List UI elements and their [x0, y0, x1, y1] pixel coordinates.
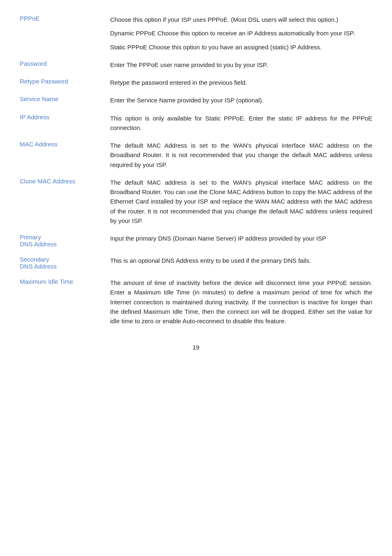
row-clone-mac-address: Clone MAC AddressThe default MAC address… — [16, 175, 376, 231]
description-paragraph: Enter the Service Name provided by your … — [110, 95, 372, 105]
desc-pppoe: Choose this option if your ISP uses PPPo… — [107, 12, 376, 58]
desc-maximum-idle-time: The amount of time of inactivity before … — [107, 276, 376, 331]
desc-primary-dns: Input the primary DNS (Domain Name Serve… — [107, 231, 376, 253]
row-ip-address: IP AddressThis option is only available … — [16, 111, 376, 139]
main-content-table: PPPoEChoose this option if your ISP uses… — [16, 12, 376, 331]
label-line2-secondary-dns: DNS Address — [20, 263, 57, 270]
label-service-name: Service Name — [16, 93, 107, 111]
label-mac-address: MAC Address — [16, 138, 107, 175]
description-paragraph: Input the primary DNS (Domain Name Serve… — [110, 234, 372, 243]
label-password: Password — [16, 58, 107, 75]
description-paragraph: The default MAC Address is set to the WA… — [110, 141, 372, 169]
row-password: PasswordEnter The PPPoE user name provid… — [16, 58, 376, 75]
row-service-name: Service NameEnter the Service Name provi… — [16, 93, 376, 111]
description-paragraph: The amount of time of inactivity before … — [110, 278, 372, 326]
description-paragraph: Choose this option if your ISP uses PPPo… — [110, 15, 372, 24]
desc-retype-password: Retype the password entered in the previ… — [107, 75, 376, 93]
row-pppoe: PPPoEChoose this option if your ISP uses… — [16, 12, 376, 58]
description-paragraph: Enter The PPPoE user name provided to yo… — [110, 60, 372, 70]
desc-secondary-dns: This is an optional DNS Address entry to… — [107, 253, 376, 276]
description-paragraph: Retype the password entered in the previ… — [110, 78, 372, 87]
row-mac-address: MAC AddressThe default MAC Address is se… — [16, 138, 376, 175]
row-primary-dns: PrimaryDNS AddressInput the primary DNS … — [16, 231, 376, 253]
desc-service-name: Enter the Service Name provided by your … — [107, 93, 376, 111]
label-secondary-dns: SecondaryDNS Address — [16, 253, 107, 276]
desc-clone-mac-address: The default MAC address is set to the WA… — [107, 175, 376, 231]
row-maximum-idle-time: Maximum Idle TimeThe amount of time of i… — [16, 276, 376, 331]
row-retype-password: Retype PasswordRetype the password enter… — [16, 75, 376, 93]
description-paragraph: Dynamic PPPoE Choose this option to rece… — [110, 28, 372, 38]
description-paragraph: This is an optional DNS Address entry to… — [110, 256, 372, 265]
label-primary-dns: PrimaryDNS Address — [16, 231, 107, 253]
desc-password: Enter The PPPoE user name provided to yo… — [107, 58, 376, 75]
desc-mac-address: The default MAC Address is set to the WA… — [107, 138, 376, 175]
label-pppoe: PPPoE — [16, 12, 107, 58]
page-number: 19 — [16, 344, 376, 351]
description-paragraph: Static PPPoE Choose this option to you h… — [110, 42, 372, 52]
label-line1-primary-dns: Primary — [20, 234, 41, 241]
description-paragraph: The default MAC address is set to the WA… — [110, 178, 372, 225]
description-paragraph: This option is only available for Static… — [110, 114, 372, 133]
label-maximum-idle-time: Maximum Idle Time — [16, 276, 107, 331]
label-clone-mac-address: Clone MAC Address — [16, 175, 107, 231]
label-ip-address: IP Address — [16, 111, 107, 139]
label-line2-primary-dns: DNS Address — [20, 241, 57, 248]
desc-ip-address: This option is only available for Static… — [107, 111, 376, 139]
row-secondary-dns: SecondaryDNS AddressThis is an optional … — [16, 253, 376, 276]
label-line1-secondary-dns: Secondary — [20, 256, 49, 263]
label-retype-password: Retype Password — [16, 75, 107, 93]
